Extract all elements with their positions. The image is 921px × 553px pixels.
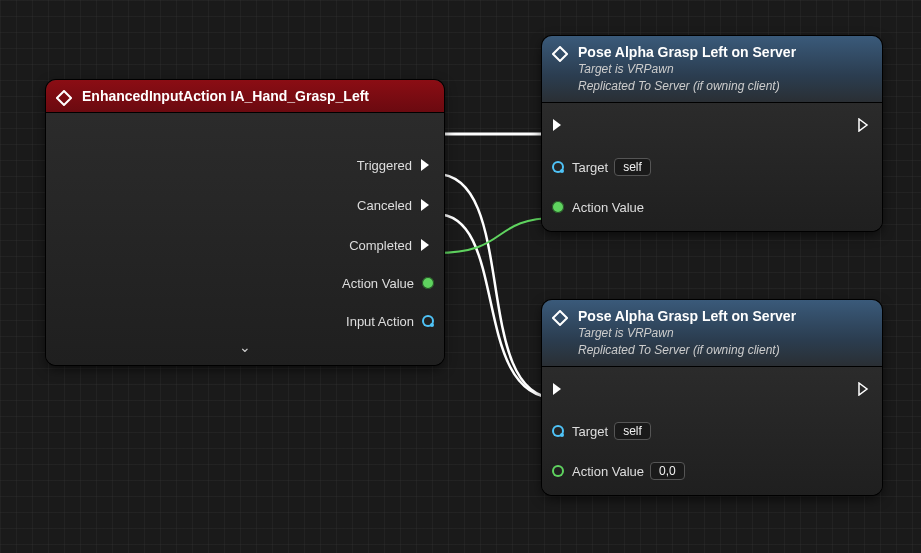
node-header: Pose Alpha Grasp Left on Server Target i… xyxy=(542,300,882,367)
node-header: Pose Alpha Grasp Left on Server Target i… xyxy=(542,36,882,103)
exec-out-icon xyxy=(420,238,434,252)
node-header: EnhancedInputAction IA_Hand_Grasp_Left xyxy=(46,80,444,113)
node-title: Pose Alpha Grasp Left on Server xyxy=(578,308,870,324)
node-pose-alpha-grasp-left-server-2[interactable]: Pose Alpha Grasp Left on Server Target i… xyxy=(542,300,882,495)
event-icon xyxy=(56,90,72,106)
node-title: EnhancedInputAction IA_Hand_Grasp_Left xyxy=(82,88,432,104)
target-self-value[interactable]: self xyxy=(614,422,651,440)
exec-in-icon[interactable] xyxy=(552,118,566,132)
object-pin-icon xyxy=(552,161,564,173)
node-subtitle: Target is VRPawn xyxy=(578,62,870,77)
node-subtitle: Target is VRPawn xyxy=(578,326,870,341)
exec-out-icon xyxy=(420,158,434,172)
pin-completed[interactable]: Completed xyxy=(56,231,434,259)
exec-in-icon[interactable] xyxy=(552,382,566,396)
node-subtitle: Replicated To Server (if owning client) xyxy=(578,343,870,358)
pin-triggered[interactable]: Triggered xyxy=(56,151,434,179)
exec-row xyxy=(552,111,872,139)
node-title: Pose Alpha Grasp Left on Server xyxy=(578,44,870,60)
pin-action-value-out[interactable]: Action Value xyxy=(56,269,434,297)
pin-target[interactable]: Target self xyxy=(552,417,872,445)
object-pin-icon xyxy=(422,315,434,327)
action-value-default-input[interactable]: 0,0 xyxy=(650,462,685,480)
pin-action-value-in[interactable]: Action Value 0,0 xyxy=(552,457,872,485)
expand-node-button[interactable]: ⌄ xyxy=(56,335,434,355)
exec-row xyxy=(552,375,872,403)
float-pin-icon xyxy=(552,465,564,477)
node-enhanced-input-action[interactable]: EnhancedInputAction IA_Hand_Grasp_Left T… xyxy=(46,80,444,365)
exec-out-icon xyxy=(420,198,434,212)
function-icon xyxy=(552,46,568,62)
exec-out-icon[interactable] xyxy=(858,118,872,132)
object-pin-icon xyxy=(552,425,564,437)
pin-input-action-out[interactable]: Input Action xyxy=(56,307,434,335)
node-pose-alpha-grasp-left-server-1[interactable]: Pose Alpha Grasp Left on Server Target i… xyxy=(542,36,882,231)
exec-out-icon[interactable] xyxy=(858,382,872,396)
pin-action-value-in[interactable]: Action Value xyxy=(552,193,872,221)
node-subtitle: Replicated To Server (if owning client) xyxy=(578,79,870,94)
node-body: Triggered Canceled Completed Action Valu… xyxy=(46,113,444,365)
node-body: Target self Action Value xyxy=(542,103,882,231)
function-icon xyxy=(552,310,568,326)
target-self-value[interactable]: self xyxy=(614,158,651,176)
node-body: Target self Action Value 0,0 xyxy=(542,367,882,495)
pin-target[interactable]: Target self xyxy=(552,153,872,181)
pin-canceled[interactable]: Canceled xyxy=(56,191,434,219)
float-pin-icon xyxy=(422,277,434,289)
float-pin-icon xyxy=(552,201,564,213)
